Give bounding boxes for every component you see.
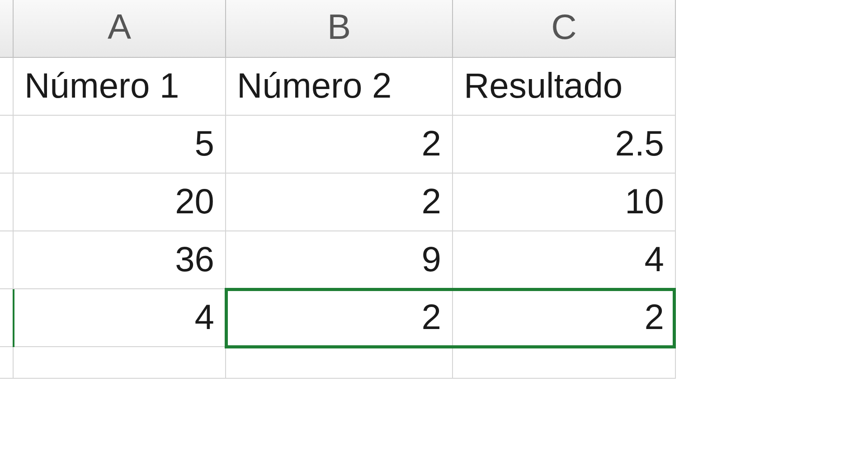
cell-b2[interactable]: 2 (226, 116, 453, 174)
cell-a2[interactable]: 5 (14, 116, 226, 174)
row-header-6[interactable] (0, 347, 14, 379)
cell-c5[interactable]: 2 (453, 289, 676, 347)
cell-a4[interactable]: 36 (14, 231, 226, 289)
cell-c2[interactable]: 2.5 (453, 116, 676, 174)
row-header-3[interactable] (0, 174, 14, 231)
cell-b4[interactable]: 9 (226, 231, 453, 289)
cell-a3[interactable]: 20 (14, 174, 226, 231)
row-header-2[interactable] (0, 116, 14, 174)
cell-a6[interactable] (14, 347, 226, 379)
row-header-5[interactable] (0, 289, 14, 347)
cell-c4[interactable]: 4 (453, 231, 676, 289)
cell-a5[interactable]: 4 (14, 289, 226, 347)
cell-c1[interactable]: Resultado (453, 58, 676, 116)
column-header-c[interactable]: C (453, 0, 676, 58)
cell-a1[interactable]: Número 1 (14, 58, 226, 116)
cell-b3[interactable]: 2 (226, 174, 453, 231)
column-header-a[interactable]: A (14, 0, 226, 58)
column-header-b[interactable]: B (226, 0, 453, 58)
cell-b1[interactable]: Número 2 (226, 58, 453, 116)
cell-b6[interactable] (226, 347, 453, 379)
row-header-1[interactable] (0, 58, 14, 116)
row-header-4[interactable] (0, 231, 14, 289)
spreadsheet-container: A B C Número 1 Número 2 Resultado 5 2 2.… (0, 0, 868, 379)
select-all-corner[interactable] (0, 0, 14, 58)
spreadsheet-grid: A B C Número 1 Número 2 Resultado 5 2 2.… (0, 0, 868, 379)
cell-b5[interactable]: 2 (226, 289, 453, 347)
cell-c6[interactable] (453, 347, 676, 379)
cell-c3[interactable]: 10 (453, 174, 676, 231)
